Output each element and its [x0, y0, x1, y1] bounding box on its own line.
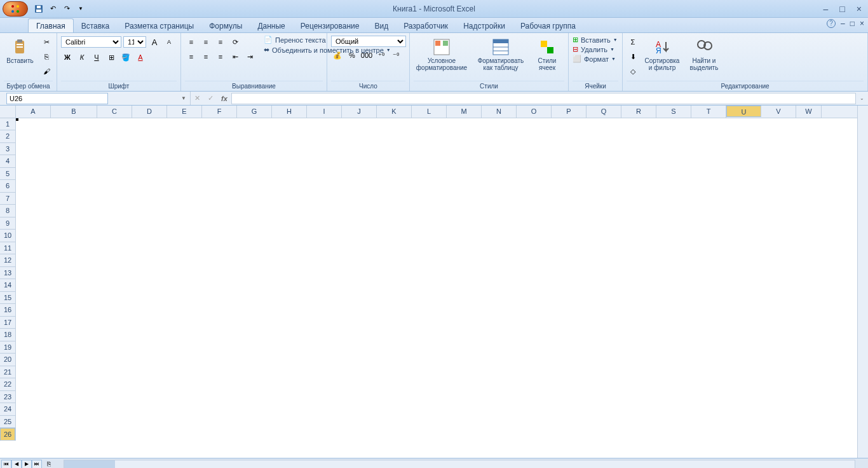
expand-formula-icon[interactable]: ⌄	[856, 95, 868, 101]
tab-надстройки[interactable]: Надстройки	[456, 19, 513, 32]
align-bottom-icon[interactable]: ≡	[214, 36, 227, 48]
align-middle-icon[interactable]: ≡	[200, 36, 212, 48]
tab-данные[interactable]: Данные	[250, 19, 292, 32]
row-header[interactable]: 14	[0, 279, 15, 292]
font-name-select[interactable]: Calibri	[61, 36, 121, 48]
increase-decimal-icon[interactable]: ⁺⁰	[375, 49, 388, 62]
align-right-icon[interactable]: ≡	[214, 50, 227, 63]
qat-dropdown-icon[interactable]: ▼	[75, 3, 86, 15]
row-header[interactable]: 24	[0, 403, 15, 416]
conditional-formatting-button[interactable]: Условное форматирование	[414, 36, 470, 72]
column-header[interactable]: A	[16, 106, 51, 118]
sort-filter-button[interactable]: АЯ Сортировка и фильтр	[643, 36, 681, 72]
tab-главная[interactable]: Главная	[28, 18, 74, 32]
column-header[interactable]: D	[132, 106, 167, 118]
align-center-icon[interactable]: ≡	[200, 50, 212, 63]
tab-разработчик[interactable]: Разработчик	[396, 19, 456, 32]
currency-icon[interactable]: 💰	[331, 49, 344, 62]
row-header[interactable]: 18	[0, 329, 15, 341]
row-header[interactable]: 10	[0, 230, 15, 242]
fx-icon[interactable]: fx	[221, 95, 227, 102]
row-header[interactable]: 22	[0, 378, 15, 391]
minimize-button[interactable]: –	[821, 4, 831, 14]
prev-sheet-icon[interactable]: ◀	[11, 460, 22, 469]
column-header[interactable]: T	[691, 106, 726, 118]
column-header[interactable]: N	[482, 106, 517, 118]
grow-font-icon[interactable]: A	[148, 36, 161, 48]
row-header[interactable]: 13	[0, 267, 15, 280]
row-header[interactable]: 5	[0, 168, 15, 181]
column-header[interactable]: I	[307, 106, 342, 118]
row-header[interactable]: 8	[0, 205, 15, 217]
next-sheet-icon[interactable]: ▶	[22, 460, 32, 469]
column-header[interactable]: C	[97, 106, 132, 118]
last-sheet-icon[interactable]: ⏭	[32, 460, 42, 469]
column-header[interactable]: E	[167, 106, 202, 118]
save-icon[interactable]	[33, 3, 44, 15]
tab-рабочая группа[interactable]: Рабочая группа	[513, 19, 583, 32]
cut-icon[interactable]: ✂	[40, 36, 53, 48]
cancel-formula-icon[interactable]: ✕	[191, 94, 204, 102]
ribbon-restore-icon[interactable]: □	[850, 19, 855, 28]
row-header[interactable]: 9	[0, 217, 15, 230]
delete-cells-button[interactable]: ⊟Удалить▼	[573, 45, 614, 53]
copy-icon[interactable]: ⎘	[40, 50, 53, 63]
formula-input[interactable]	[231, 93, 856, 104]
increase-indent-icon[interactable]: ⇥	[243, 50, 256, 63]
spreadsheet-grid[interactable]: 1234567891011121314151617181920212223242…	[0, 106, 868, 458]
ribbon-close-icon[interactable]: ×	[860, 19, 864, 28]
row-header[interactable]: 21	[0, 366, 15, 379]
row-header[interactable]: 11	[0, 242, 15, 255]
decrease-indent-icon[interactable]: ⇤	[229, 50, 241, 63]
horizontal-scrollbar[interactable]	[64, 460, 855, 469]
column-header[interactable]: V	[761, 106, 796, 118]
first-sheet-icon[interactable]: ⏮	[1, 460, 11, 469]
fill-icon[interactable]: ⬇	[627, 50, 639, 63]
tab-вставка[interactable]: Вставка	[74, 19, 118, 32]
close-button[interactable]: ×	[854, 4, 864, 14]
row-header[interactable]: 26	[0, 428, 15, 441]
number-format-select[interactable]: Общий	[331, 36, 406, 47]
column-header[interactable]: Q	[587, 106, 621, 118]
maximize-button[interactable]: □	[837, 4, 847, 14]
fill-color-icon[interactable]: 🪣	[119, 51, 132, 64]
row-header[interactable]: 6	[0, 180, 15, 193]
enter-formula-icon[interactable]: ✓	[204, 94, 217, 102]
align-left-icon[interactable]: ≡	[185, 50, 198, 63]
column-header[interactable]: M	[447, 106, 482, 118]
ribbon-minimize-icon[interactable]: –	[841, 19, 845, 28]
find-select-button[interactable]: Найти и выделить	[685, 36, 723, 72]
comma-icon[interactable]: 000	[360, 49, 373, 62]
tab-рецензирование[interactable]: Рецензирование	[293, 19, 367, 32]
format-as-table-button[interactable]: Форматировать как таблицу	[473, 36, 528, 72]
row-header[interactable]: 1	[0, 118, 15, 131]
percent-icon[interactable]: %	[346, 49, 358, 62]
row-header[interactable]: 2	[0, 130, 15, 143]
vertical-scrollbar[interactable]	[857, 106, 868, 458]
bold-button[interactable]: Ж	[61, 51, 74, 64]
row-header[interactable]: 25	[0, 416, 15, 429]
paste-button[interactable]: Вставить	[4, 36, 36, 65]
column-header[interactable]: R	[621, 106, 656, 118]
row-header[interactable]: 23	[0, 391, 15, 404]
column-header[interactable]: J	[342, 106, 377, 118]
tab-разметка страницы[interactable]: Разметка страницы	[117, 19, 201, 32]
decrease-decimal-icon[interactable]: ⁻⁰	[390, 49, 402, 62]
borders-icon[interactable]: ⊞	[105, 51, 118, 64]
italic-button[interactable]: К	[76, 51, 88, 64]
font-color-icon[interactable]: A	[134, 51, 147, 64]
column-header[interactable]: P	[552, 106, 587, 118]
row-header[interactable]: 20	[0, 354, 15, 366]
column-header[interactable]: S	[656, 106, 691, 118]
tab-вид[interactable]: Вид	[367, 19, 396, 32]
undo-icon[interactable]: ↶	[47, 3, 58, 15]
row-header[interactable]: 15	[0, 292, 15, 305]
format-painter-icon[interactable]: 🖌	[40, 65, 53, 78]
column-header[interactable]: O	[517, 106, 552, 118]
row-header[interactable]: 3	[0, 143, 15, 156]
format-cells-button[interactable]: ⬜Формат▼	[573, 55, 616, 63]
column-header[interactable]: U	[726, 106, 761, 117]
office-button[interactable]	[3, 1, 28, 17]
column-header[interactable]: F	[202, 106, 237, 118]
shrink-font-icon[interactable]: A	[163, 36, 175, 48]
